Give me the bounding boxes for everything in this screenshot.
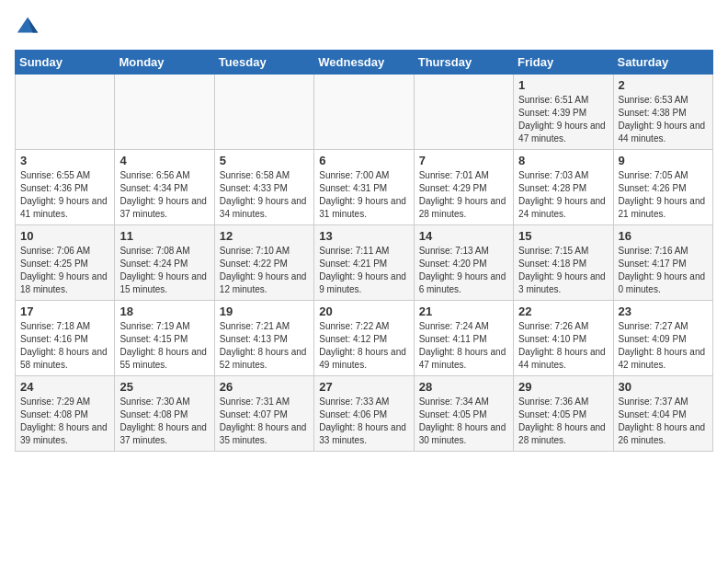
calendar-cell: 1Sunrise: 6:51 AM Sunset: 4:39 PM Daylig…: [514, 75, 613, 150]
day-number: 3: [20, 154, 109, 167]
day-info: Sunrise: 7:30 AM Sunset: 4:08 PM Dayligh…: [119, 396, 209, 447]
day-number: 18: [119, 304, 209, 318]
calendar-cell: 18Sunrise: 7:19 AM Sunset: 4:15 PM Dayli…: [115, 301, 214, 376]
day-info: Sunrise: 7:37 AM Sunset: 4:04 PM Dayligh…: [619, 396, 708, 447]
calendar-week-row: 1Sunrise: 6:51 AM Sunset: 4:39 PM Daylig…: [16, 75, 713, 150]
day-info: Sunrise: 7:10 AM Sunset: 4:22 PM Dayligh…: [220, 245, 309, 296]
calendar-cell: 29Sunrise: 7:36 AM Sunset: 4:05 PM Dayli…: [514, 376, 613, 452]
day-number: 28: [419, 380, 508, 394]
day-info: Sunrise: 7:29 AM Sunset: 4:08 PM Dayligh…: [20, 396, 109, 447]
calendar-cell: 27Sunrise: 7:33 AM Sunset: 4:06 PM Dayli…: [314, 376, 414, 452]
calendar-cell: 2Sunrise: 6:53 AM Sunset: 4:38 PM Daylig…: [613, 75, 712, 150]
calendar-table: SundayMondayTuesdayWednesdayThursdayFrid…: [15, 50, 713, 452]
day-number: 5: [220, 154, 309, 167]
calendar-cell: 28Sunrise: 7:34 AM Sunset: 4:05 PM Dayli…: [414, 376, 513, 452]
day-number: 8: [518, 154, 608, 167]
day-number: 4: [119, 154, 209, 167]
calendar-cell: [414, 75, 513, 150]
calendar-cell: 21Sunrise: 7:24 AM Sunset: 4:11 PM Dayli…: [414, 301, 513, 376]
calendar-cell: 13Sunrise: 7:11 AM Sunset: 4:21 PM Dayli…: [314, 225, 414, 301]
calendar-week-row: 17Sunrise: 7:18 AM Sunset: 4:16 PM Dayli…: [16, 301, 713, 376]
calendar-cell: 22Sunrise: 7:26 AM Sunset: 4:10 PM Dayli…: [514, 301, 613, 376]
day-info: Sunrise: 7:03 AM Sunset: 4:28 PM Dayligh…: [518, 169, 608, 221]
calendar-cell: 17Sunrise: 7:18 AM Sunset: 4:16 PM Dayli…: [16, 301, 115, 376]
calendar-cell: 9Sunrise: 7:05 AM Sunset: 4:26 PM Daylig…: [613, 150, 712, 225]
day-info: Sunrise: 7:08 AM Sunset: 4:24 PM Dayligh…: [119, 245, 209, 296]
day-number: 6: [319, 154, 408, 167]
day-info: Sunrise: 7:24 AM Sunset: 4:11 PM Dayligh…: [419, 320, 508, 372]
day-info: Sunrise: 7:27 AM Sunset: 4:09 PM Dayligh…: [619, 320, 708, 372]
day-info: Sunrise: 7:16 AM Sunset: 4:17 PM Dayligh…: [619, 245, 708, 296]
day-info: Sunrise: 6:55 AM Sunset: 4:36 PM Dayligh…: [20, 169, 109, 221]
day-number: 21: [419, 304, 508, 318]
day-of-week-header: Thursday: [414, 51, 513, 75]
day-number: 11: [119, 229, 209, 243]
day-info: Sunrise: 7:11 AM Sunset: 4:21 PM Dayligh…: [319, 245, 408, 296]
logo: [15, 15, 44, 40]
day-of-week-header: Monday: [115, 51, 214, 75]
day-info: Sunrise: 7:26 AM Sunset: 4:10 PM Dayligh…: [518, 320, 608, 372]
calendar-cell: [214, 75, 313, 150]
calendar-cell: 25Sunrise: 7:30 AM Sunset: 4:08 PM Dayli…: [115, 376, 214, 452]
calendar-cell: 10Sunrise: 7:06 AM Sunset: 4:25 PM Dayli…: [16, 225, 115, 301]
calendar-cell: 12Sunrise: 7:10 AM Sunset: 4:22 PM Dayli…: [214, 225, 313, 301]
calendar-cell: 7Sunrise: 7:01 AM Sunset: 4:29 PM Daylig…: [414, 150, 513, 225]
calendar-cell: [314, 75, 414, 150]
calendar-week-row: 3Sunrise: 6:55 AM Sunset: 4:36 PM Daylig…: [16, 150, 713, 225]
calendar-cell: 4Sunrise: 6:56 AM Sunset: 4:34 PM Daylig…: [115, 150, 214, 225]
calendar-cell: 26Sunrise: 7:31 AM Sunset: 4:07 PM Dayli…: [214, 376, 313, 452]
day-info: Sunrise: 7:34 AM Sunset: 4:05 PM Dayligh…: [419, 396, 508, 447]
day-info: Sunrise: 7:01 AM Sunset: 4:29 PM Dayligh…: [419, 169, 508, 221]
calendar-cell: 23Sunrise: 7:27 AM Sunset: 4:09 PM Dayli…: [613, 301, 712, 376]
day-number: 2: [619, 78, 708, 92]
day-of-week-header: Sunday: [16, 51, 115, 75]
day-number: 12: [220, 229, 309, 243]
calendar-cell: 8Sunrise: 7:03 AM Sunset: 4:28 PM Daylig…: [514, 150, 613, 225]
day-number: 26: [220, 380, 309, 394]
day-info: Sunrise: 6:56 AM Sunset: 4:34 PM Dayligh…: [119, 169, 209, 221]
day-number: 29: [518, 380, 608, 394]
day-number: 15: [518, 229, 608, 243]
day-number: 14: [419, 229, 508, 243]
calendar-cell: 3Sunrise: 6:55 AM Sunset: 4:36 PM Daylig…: [16, 150, 115, 225]
day-number: 13: [319, 229, 408, 243]
day-info: Sunrise: 7:21 AM Sunset: 4:13 PM Dayligh…: [220, 320, 309, 372]
day-number: 24: [20, 380, 109, 394]
day-info: Sunrise: 7:31 AM Sunset: 4:07 PM Dayligh…: [220, 396, 309, 447]
day-of-week-header: Wednesday: [314, 51, 414, 75]
calendar-cell: [115, 75, 214, 150]
calendar-header-row: SundayMondayTuesdayWednesdayThursdayFrid…: [16, 51, 713, 75]
day-info: Sunrise: 7:18 AM Sunset: 4:16 PM Dayligh…: [20, 320, 109, 372]
calendar-cell: 19Sunrise: 7:21 AM Sunset: 4:13 PM Dayli…: [214, 301, 313, 376]
day-number: 22: [518, 304, 608, 318]
calendar-cell: [16, 75, 115, 150]
day-info: Sunrise: 7:13 AM Sunset: 4:20 PM Dayligh…: [419, 245, 508, 296]
day-info: Sunrise: 7:33 AM Sunset: 4:06 PM Dayligh…: [319, 396, 408, 447]
day-number: 20: [319, 304, 408, 318]
calendar-cell: 24Sunrise: 7:29 AM Sunset: 4:08 PM Dayli…: [16, 376, 115, 452]
day-number: 17: [20, 304, 109, 318]
day-of-week-header: Friday: [514, 51, 613, 75]
day-info: Sunrise: 7:19 AM Sunset: 4:15 PM Dayligh…: [119, 320, 209, 372]
day-info: Sunrise: 7:15 AM Sunset: 4:18 PM Dayligh…: [518, 245, 608, 296]
calendar-week-row: 24Sunrise: 7:29 AM Sunset: 4:08 PM Dayli…: [16, 376, 713, 452]
calendar-cell: 30Sunrise: 7:37 AM Sunset: 4:04 PM Dayli…: [613, 376, 712, 452]
calendar-cell: 11Sunrise: 7:08 AM Sunset: 4:24 PM Dayli…: [115, 225, 214, 301]
day-of-week-header: Saturday: [613, 51, 712, 75]
calendar-week-row: 10Sunrise: 7:06 AM Sunset: 4:25 PM Dayli…: [16, 225, 713, 301]
calendar-cell: 16Sunrise: 7:16 AM Sunset: 4:17 PM Dayli…: [613, 225, 712, 301]
day-number: 25: [119, 380, 209, 394]
calendar-cell: 6Sunrise: 7:00 AM Sunset: 4:31 PM Daylig…: [314, 150, 414, 225]
header: [15, 15, 713, 40]
day-info: Sunrise: 7:36 AM Sunset: 4:05 PM Dayligh…: [518, 396, 608, 447]
logo-icon: [15, 15, 40, 40]
calendar-cell: 15Sunrise: 7:15 AM Sunset: 4:18 PM Dayli…: [514, 225, 613, 301]
calendar-cell: 14Sunrise: 7:13 AM Sunset: 4:20 PM Dayli…: [414, 225, 513, 301]
day-of-week-header: Tuesday: [214, 51, 313, 75]
day-number: 23: [619, 304, 708, 318]
day-number: 1: [518, 78, 608, 92]
day-info: Sunrise: 6:58 AM Sunset: 4:33 PM Dayligh…: [220, 169, 309, 221]
day-info: Sunrise: 7:05 AM Sunset: 4:26 PM Dayligh…: [619, 169, 708, 221]
day-info: Sunrise: 7:22 AM Sunset: 4:12 PM Dayligh…: [319, 320, 408, 372]
day-number: 10: [20, 229, 109, 243]
